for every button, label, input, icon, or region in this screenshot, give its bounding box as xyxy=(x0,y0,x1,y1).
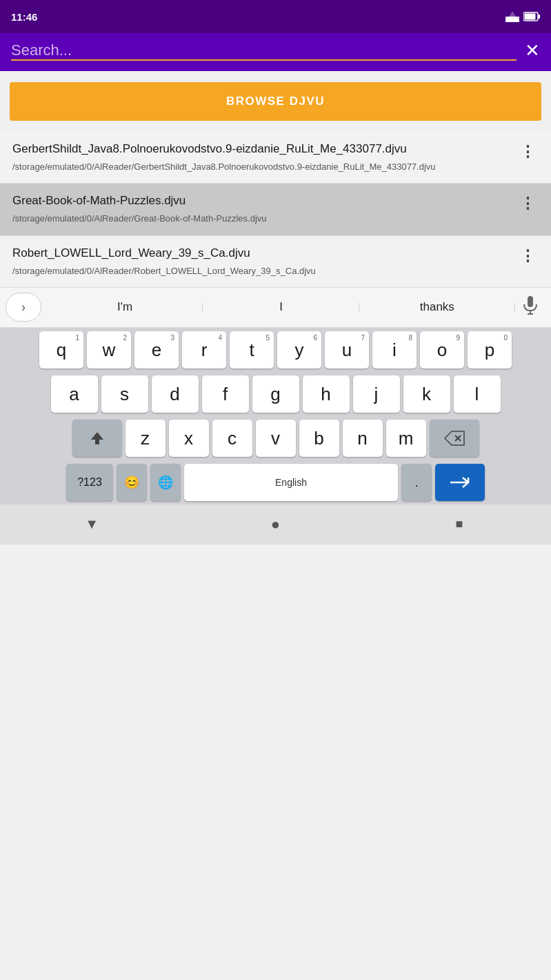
file-item[interactable]: Robert_LOWELL_Lord_Weary_39_s_Ca.djvu /s… xyxy=(0,236,551,288)
microphone-button[interactable] xyxy=(515,295,545,319)
key-u[interactable]: 7u xyxy=(325,331,369,369)
space-key[interactable]: English xyxy=(184,464,398,501)
signal-icon xyxy=(505,10,519,23)
recent-icon: ■ xyxy=(455,517,463,531)
keyboard-row-1: 1q 2w 3e 4r 5t 6y 7u 8i 9o 0p xyxy=(0,328,551,372)
key-s[interactable]: s xyxy=(101,375,148,413)
svg-rect-6 xyxy=(528,296,533,307)
key-p[interactable]: 0p xyxy=(468,331,512,369)
period-key[interactable]: . xyxy=(401,464,432,501)
file-name: GerbertShildt_Java8.Polnoerukovodstvo.9-… xyxy=(12,141,510,157)
status-time: 11:46 xyxy=(11,11,37,23)
suggestion-word-3[interactable]: thanks xyxy=(359,300,515,314)
file-name: Great-Book-of-Math-Puzzles.djvu xyxy=(12,193,510,208)
key-x[interactable]: x xyxy=(169,420,209,457)
key-q[interactable]: 1q xyxy=(39,331,83,369)
keyboard-row-2: a s d f g h j k l xyxy=(0,372,551,416)
suggestion-word-2[interactable]: I xyxy=(203,300,359,314)
backspace-key[interactable] xyxy=(430,420,479,457)
file-info: Robert_LOWELL_Lord_Weary_39_s_Ca.djvu /s… xyxy=(12,246,516,277)
nav-back-button[interactable]: ▼ xyxy=(71,510,112,539)
backspace-icon xyxy=(444,431,465,446)
file-menu-button[interactable]: ⋮ xyxy=(516,246,540,266)
key-a[interactable]: a xyxy=(51,375,98,413)
symbols-key[interactable]: ?123 xyxy=(66,464,113,501)
suggestion-expand-button[interactable]: › xyxy=(6,293,41,322)
back-icon: ▼ xyxy=(85,516,99,532)
keyboard-row-3: z x c v b n m xyxy=(0,416,551,460)
key-r[interactable]: 4r xyxy=(182,331,226,369)
key-y[interactable]: 6y xyxy=(277,331,321,369)
mic-icon xyxy=(523,295,538,315)
suggestion-word-1[interactable]: I'm xyxy=(47,300,203,314)
key-v[interactable]: v xyxy=(256,420,296,457)
file-info: GerbertShildt_Java8.Polnoerukovodstvo.9-… xyxy=(12,141,516,173)
file-menu-button[interactable]: ⋮ xyxy=(516,141,540,162)
key-z[interactable]: z xyxy=(126,420,166,457)
keyboard: 1q 2w 3e 4r 5t 6y 7u 8i 9o 0p a s d f g … xyxy=(0,328,551,504)
key-t[interactable]: 5t xyxy=(230,331,274,369)
file-item[interactable]: GerbertShildt_Java8.Polnoerukovodstvo.9-… xyxy=(0,132,551,184)
search-input[interactable] xyxy=(11,41,517,59)
key-o[interactable]: 9o xyxy=(420,331,464,369)
keyboard-row-bottom: ?123 😊 🌐 English . xyxy=(0,460,551,504)
key-k[interactable]: k xyxy=(403,375,450,413)
key-f[interactable]: f xyxy=(202,375,249,413)
file-list: GerbertShildt_Java8.Polnoerukovodstvo.9-… xyxy=(0,132,551,288)
key-h[interactable]: h xyxy=(303,375,350,413)
key-n[interactable]: n xyxy=(343,420,383,457)
svg-rect-4 xyxy=(539,14,541,19)
key-g[interactable]: g xyxy=(252,375,299,413)
key-j[interactable]: j xyxy=(353,375,400,413)
key-m[interactable]: m xyxy=(386,420,426,457)
search-bar: ✕ xyxy=(0,33,551,71)
file-menu-button[interactable]: ⋮ xyxy=(516,193,540,214)
key-c[interactable]: c xyxy=(212,420,252,457)
file-item[interactable]: Great-Book-of-Math-Puzzles.djvu /storage… xyxy=(0,184,551,235)
globe-key[interactable]: 🌐 xyxy=(150,464,181,501)
nav-recent-button[interactable]: ■ xyxy=(439,510,480,539)
key-d[interactable]: d xyxy=(152,375,199,413)
shift-key[interactable] xyxy=(72,420,122,457)
enter-icon xyxy=(449,475,471,490)
file-path: /storage/emulated/0/AlReader/Robert_LOWE… xyxy=(12,265,510,277)
key-b[interactable]: b xyxy=(299,420,339,457)
file-name: Robert_LOWELL_Lord_Weary_39_s_Ca.djvu xyxy=(12,246,510,261)
key-e[interactable]: 3e xyxy=(134,331,179,369)
status-bar: 11:46 xyxy=(0,0,551,33)
browse-djvu-button[interactable]: BROWSE DJVU xyxy=(10,82,541,121)
enter-key[interactable] xyxy=(435,464,485,501)
nav-bar: ▼ ● ■ xyxy=(0,504,551,545)
key-i[interactable]: 8i xyxy=(372,331,417,369)
battery-icon xyxy=(523,12,540,21)
shift-icon xyxy=(89,430,106,447)
file-path: /storage/emulated/0/AlReader/GerbertShil… xyxy=(12,161,510,173)
search-close-button[interactable]: ✕ xyxy=(525,40,540,61)
key-l[interactable]: l xyxy=(454,375,501,413)
svg-rect-5 xyxy=(525,14,536,20)
file-info: Great-Book-of-Math-Puzzles.djvu /storage… xyxy=(12,193,516,225)
status-icons xyxy=(505,10,540,23)
svg-rect-2 xyxy=(505,17,519,22)
search-input-wrapper[interactable] xyxy=(11,41,517,61)
keyboard-suggestions: › I'm I thanks xyxy=(0,288,551,328)
nav-home-button[interactable]: ● xyxy=(254,510,296,539)
key-w[interactable]: 2w xyxy=(87,331,131,369)
file-path: /storage/emulated/0/AlReader/Great-Book-… xyxy=(12,213,510,225)
home-icon: ● xyxy=(271,516,280,533)
emoji-key[interactable]: 😊 xyxy=(117,464,147,501)
